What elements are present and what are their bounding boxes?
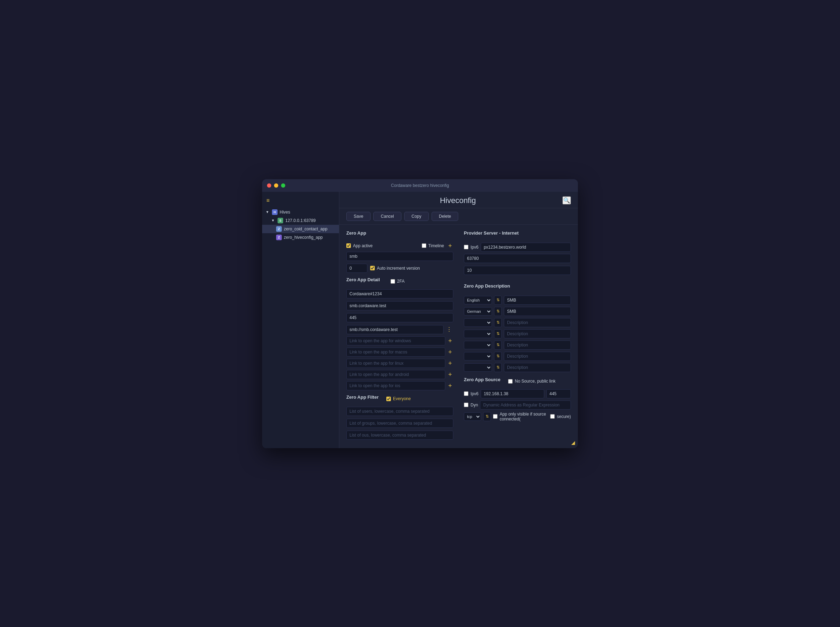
app1-icon: Z	[276, 226, 282, 232]
link-linux-input[interactable]	[346, 359, 445, 368]
source-secure-checkbox-label[interactable]: secure)	[550, 414, 571, 419]
smb-link-input[interactable]	[346, 325, 444, 334]
sidebar-item-app2[interactable]: Z zero_hiveconfig_app	[262, 233, 339, 242]
source-visible-checkbox[interactable]	[493, 414, 497, 419]
everyone-checkbox-label[interactable]: Everyone	[386, 396, 411, 401]
auto-increment-text: Auto increment version	[377, 266, 420, 271]
smb-dots-button[interactable]: ⋮	[445, 326, 453, 333]
source-port-input[interactable]	[546, 389, 571, 399]
zero-app-title: Zero App	[346, 230, 366, 236]
source-secure-checkbox[interactable]	[550, 414, 555, 419]
sidebar-hamburger[interactable]: ≡	[262, 195, 339, 206]
app-id-input[interactable]	[346, 289, 453, 298]
auto-increment-checkbox[interactable]	[370, 266, 375, 270]
lang-select-2[interactable]	[464, 318, 492, 327]
timeline-add-button[interactable]: +	[447, 243, 453, 249]
spinner-3[interactable]: ⇅	[494, 329, 502, 339]
link-android-input[interactable]	[346, 370, 445, 379]
spinner-5[interactable]: ⇅	[494, 352, 502, 361]
spinner-1[interactable]: ⇅	[494, 307, 502, 316]
everyone-checkbox[interactable]	[386, 397, 391, 401]
source-ipv6-checkbox[interactable]	[464, 391, 469, 396]
source-ip-input[interactable]	[481, 389, 544, 399]
sidebar: ≡ ▼ H Hives ▼ S 127.0.0.1:63789	[262, 192, 339, 448]
spinner-2[interactable]: ⇅	[494, 318, 502, 327]
provider-port-input[interactable]	[464, 254, 571, 263]
version-input[interactable]	[346, 264, 367, 273]
tcp-select[interactable]: tcp udp	[464, 413, 481, 421]
desc-input-3[interactable]	[504, 329, 571, 339]
app-name-input[interactable]	[346, 252, 453, 261]
users-row	[346, 407, 453, 416]
link-ios-add-button[interactable]: +	[447, 383, 453, 389]
version-row: Auto increment version	[346, 264, 453, 273]
lang-select-5[interactable]	[464, 352, 492, 361]
lang-select-0[interactable]: English German	[464, 296, 492, 304]
copy-button[interactable]: Copy	[404, 212, 429, 221]
cancel-button[interactable]: Cancel	[373, 212, 401, 221]
ous-input[interactable]	[346, 431, 453, 440]
close-button[interactable]	[267, 183, 271, 187]
sidebar-item-server[interactable]: ▼ S 127.0.0.1:63789	[262, 216, 339, 225]
groups-input[interactable]	[346, 419, 453, 428]
twofa-checkbox-label[interactable]: 2FA	[390, 279, 404, 284]
timeline-checkbox-label[interactable]: Timeline	[422, 243, 444, 248]
sidebar-item-hives[interactable]: ▼ H Hives	[262, 208, 339, 216]
provider-value3-input[interactable]	[464, 266, 571, 275]
provider-address-input[interactable]	[481, 243, 571, 252]
lang-select-4[interactable]	[464, 341, 492, 349]
link-macos-input[interactable]	[346, 348, 445, 357]
maximize-button[interactable]	[281, 183, 285, 187]
tcp-spinner[interactable]: ⇅	[483, 412, 491, 421]
users-input[interactable]	[346, 407, 453, 416]
zero-app-filter-title: Zero App Filter	[346, 394, 379, 400]
minimize-button[interactable]	[274, 183, 278, 187]
link-macos-add-button[interactable]: +	[447, 349, 453, 355]
sidebar-item-app1[interactable]: Z zero_coid_contact_app	[262, 225, 339, 233]
source-ipv6-checkbox-label[interactable]: Ipv6	[464, 391, 478, 396]
source-dyn-checkbox-label[interactable]: Dyn	[464, 403, 478, 408]
timeline-checkbox[interactable]	[422, 243, 426, 248]
desc-input-4[interactable]	[504, 340, 571, 350]
source-dyn-checkbox[interactable]	[464, 403, 469, 407]
delete-button[interactable]: Delete	[431, 212, 459, 221]
toolbar: Save Cancel Copy Delete	[339, 208, 578, 225]
desc-input-0[interactable]	[504, 296, 571, 305]
source-visible-label: App only visible if source connected(	[500, 412, 548, 422]
lang-select-6[interactable]	[464, 363, 492, 372]
spinner-6[interactable]: ⇅	[494, 363, 502, 372]
lang-select-3[interactable]	[464, 330, 492, 338]
desc-input-6[interactable]	[504, 363, 571, 372]
domain-input[interactable]	[346, 301, 453, 310]
port-input[interactable]	[346, 313, 453, 322]
app-active-checkbox-label[interactable]: App active	[346, 243, 373, 248]
desc-input-5[interactable]	[504, 352, 571, 361]
link-windows-input[interactable]	[346, 336, 445, 345]
link-linux-add-button[interactable]: +	[447, 360, 453, 367]
source-visible-checkbox-label[interactable]: App only visible if source connected(	[493, 412, 548, 422]
provider-server-section: Provider Server - Internet Ipv6	[464, 230, 571, 275]
auto-increment-label[interactable]: Auto increment version	[370, 266, 420, 271]
no-source-checkbox-label[interactable]: No Source, public link	[508, 379, 556, 384]
source-dyn-input[interactable]	[480, 400, 571, 410]
no-source-checkbox[interactable]	[508, 379, 513, 384]
provider-ipv6-checkbox-label[interactable]: Ipv6	[464, 245, 478, 250]
desc-input-2[interactable]	[504, 318, 571, 327]
desc-row-6: ⇅	[464, 363, 571, 372]
provider-ipv6-checkbox[interactable]	[464, 245, 469, 249]
spinner-4[interactable]: ⇅	[494, 340, 502, 350]
zero-app-filter-section: Zero App Filter Everyone	[346, 394, 453, 440]
link-windows-add-button[interactable]: +	[447, 338, 453, 344]
zero-app-desc-title: Zero App Description	[464, 284, 510, 288]
provider-value3-row	[464, 266, 571, 275]
twofa-checkbox[interactable]	[390, 279, 395, 284]
resize-handle[interactable]: ◢	[571, 440, 575, 445]
spinner-0[interactable]: ⇅	[494, 296, 502, 305]
link-android-add-button[interactable]: +	[447, 371, 453, 378]
save-button[interactable]: Save	[346, 212, 371, 221]
link-ios-input[interactable]	[346, 381, 445, 390]
desc-input-1[interactable]	[504, 307, 571, 316]
lang-select-1[interactable]: German English	[464, 307, 492, 316]
search-button[interactable]: 🔍	[562, 196, 571, 205]
app-active-checkbox[interactable]	[346, 243, 351, 248]
